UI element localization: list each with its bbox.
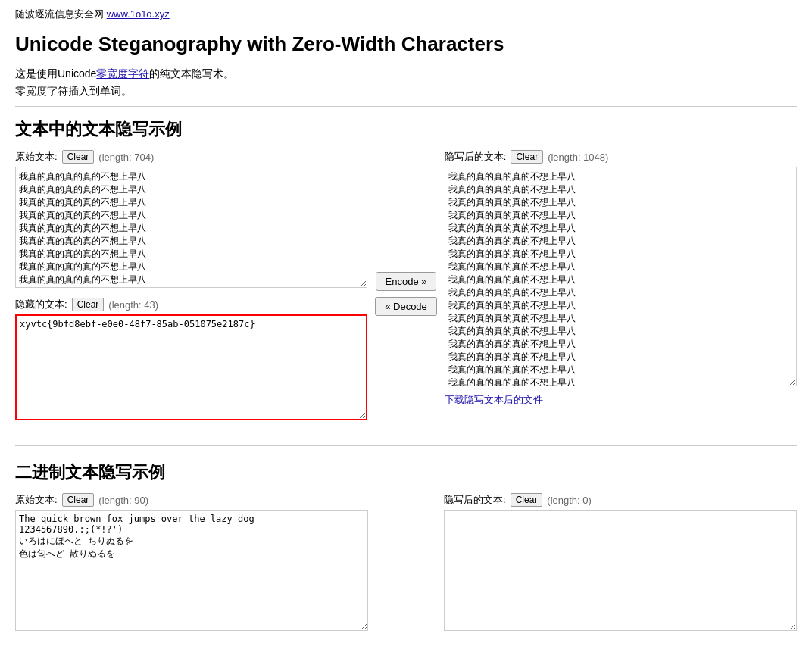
section2-middle-panel: [368, 493, 444, 633]
section2-original-label: 原始文本:: [15, 493, 58, 507]
output-text-label-row: 隐写后的文本: Clear (length: 1048): [445, 150, 797, 164]
intro-line1: 这是使用Unicode零宽度字符的纯文本隐写术。: [15, 67, 797, 81]
hidden-length-info: (length: 43): [108, 299, 158, 311]
zero-width-link[interactable]: 零宽度字符: [96, 67, 149, 80]
section-binary-steganography: 二进制文本隐写示例 原始文本: Clear (length: 90) 隐写后的文…: [15, 461, 797, 633]
section2-original-clear-button[interactable]: Clear: [62, 493, 95, 507]
section2-output-label-row: 隐写后的文本: Clear (length: 0): [444, 493, 797, 507]
section1-heading: 文本中的文本隐写示例: [15, 118, 797, 141]
decode-button[interactable]: « Decode: [375, 297, 437, 316]
original-text-label-row: 原始文本: Clear (length: 704): [15, 150, 367, 164]
output-text-label: 隐写后的文本:: [445, 150, 507, 164]
section1-right-panel: 隐写后的文本: Clear (length: 1048) 下载隐写文本后的文件: [445, 150, 797, 423]
page-title: Unicode Steganography with Zero-Width Ch…: [15, 33, 797, 56]
divider2: [15, 445, 797, 446]
section2-output-length: (length: 0): [547, 495, 592, 506]
download-link[interactable]: 下载隐写文本后的文件: [445, 394, 543, 405]
intro-line2: 零宽度字符插入到单词。: [15, 85, 797, 98]
section2-original-label-row: 原始文本: Clear (length: 90): [15, 493, 368, 507]
hidden-text-label: 隐藏的文本:: [15, 298, 67, 311]
section2-heading: 二进制文本隐写示例: [15, 461, 797, 484]
original-text-input[interactable]: [15, 167, 367, 288]
section2-original-text-input[interactable]: [15, 510, 368, 631]
section2-output-text-area[interactable]: [444, 510, 797, 631]
original-length-info: (length: 704): [98, 151, 154, 163]
output-clear-button[interactable]: Clear: [511, 150, 543, 164]
section2-left-panel: 原始文本: Clear (length: 90): [15, 493, 368, 633]
section2-right-panel: 隐写后的文本: Clear (length: 0): [444, 493, 797, 633]
section2-output-clear-button[interactable]: Clear: [511, 493, 543, 507]
hidden-text-input[interactable]: [15, 314, 367, 420]
original-clear-button[interactable]: Clear: [62, 150, 95, 164]
top-link-bar: 随波逐流信息安全网 www.1o1o.xyz: [15, 8, 797, 21]
section-text-steganography: 文本中的文本隐写示例 原始文本: Clear (length: 704) 隐藏的…: [15, 118, 797, 423]
original-text-label: 原始文本:: [15, 150, 58, 164]
section2-original-length: (length: 90): [98, 495, 148, 506]
hidden-text-label-row: 隐藏的文本: Clear (length: 43): [15, 298, 367, 311]
encode-button[interactable]: Encode »: [376, 272, 437, 291]
divider: [15, 106, 797, 107]
section1-left-panel: 原始文本: Clear (length: 704) 隐藏的文本: Clear (…: [15, 150, 367, 423]
site-url-link[interactable]: www.1o1o.xyz: [107, 8, 170, 20]
section2-output-label: 隐写后的文本:: [444, 493, 506, 507]
section1-middle-panel: Encode » « Decode: [367, 150, 445, 423]
site-name-text: 随波逐流信息安全网: [15, 8, 104, 20]
hidden-clear-button[interactable]: Clear: [72, 298, 105, 311]
output-length-info: (length: 1048): [548, 151, 608, 163]
output-text-area[interactable]: [445, 167, 797, 386]
